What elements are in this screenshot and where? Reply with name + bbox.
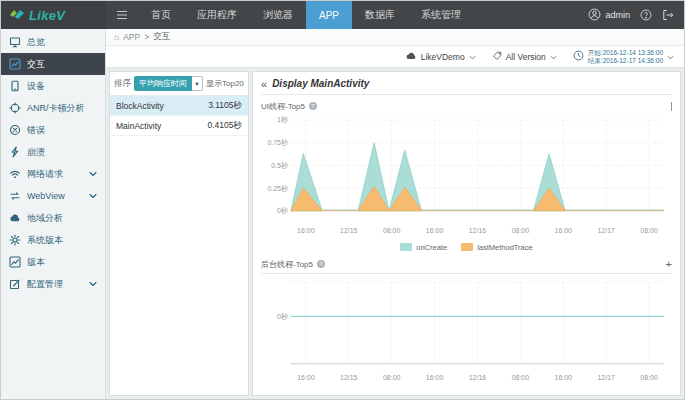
content-area: 排序 平均响应时间 ▼ 显示Top20 BlockActivity3.1105秒… xyxy=(106,68,684,399)
sidebar-item-label: 设备 xyxy=(27,80,99,93)
user-menu[interactable]: admin xyxy=(588,8,630,23)
sidebar-item-label: 网络请求 xyxy=(27,168,81,181)
chevron-down-icon xyxy=(87,190,99,202)
svg-text:08:00: 08:00 xyxy=(512,227,530,234)
expand-icon[interactable]: + xyxy=(666,259,672,269)
line-chart-icon xyxy=(9,58,21,70)
chevron-down-icon xyxy=(550,52,557,62)
chevron-down-icon xyxy=(667,52,674,62)
sidebar-item-label: 版本 xyxy=(27,256,99,269)
sidebar-item-device[interactable]: 设备 xyxy=(1,75,105,97)
svg-text:16:00: 16:00 xyxy=(297,373,315,380)
nav-item-browser[interactable]: 浏览器 xyxy=(250,1,306,29)
nav-item-system[interactable]: 系统管理 xyxy=(408,1,474,29)
sidebar-item-label: 错误 xyxy=(27,124,99,137)
sidebar-item-network-request[interactable]: 网络请求 xyxy=(1,163,105,185)
activity-panel: 排序 平均响应时间 ▼ 显示Top20 BlockActivity3.1105秒… xyxy=(109,71,249,396)
body: 总览交互设备ANR/卡顿分析错误崩溃网络请求WebView地域分析系统版本版本配… xyxy=(1,29,684,399)
sidebar-item-config[interactable]: 配置管理 xyxy=(1,273,105,295)
chevron-down-icon xyxy=(469,52,476,62)
sidebar-item-version[interactable]: 版本 xyxy=(1,251,105,273)
svg-text:16:00: 16:00 xyxy=(297,227,315,234)
chart-legend: onCreatelastMethodTrace xyxy=(261,241,672,254)
sidebar-item-overview[interactable]: 总览 xyxy=(1,31,105,53)
legend-item-onCreate[interactable]: onCreate xyxy=(400,243,447,252)
activity-name: BlockActivity xyxy=(116,101,164,111)
sidebar-item-webview[interactable]: WebView xyxy=(1,185,105,207)
collapse-icon[interactable]: « xyxy=(261,79,267,89)
ui-thread-chart-header: UI线程-Top5 ? xyxy=(261,97,672,115)
nav-menu: 首页应用程序浏览器APP数据库系统管理 xyxy=(138,1,474,29)
line-chart-icon xyxy=(9,256,21,268)
likev-logo-icon xyxy=(9,7,25,23)
legend-swatch xyxy=(461,243,473,251)
bg-thread-chart-header: 后台线程-Top5 ? + xyxy=(261,256,672,274)
svg-text:1秒: 1秒 xyxy=(277,116,288,124)
breadcrumb-current: 交互 xyxy=(153,31,170,43)
sidebar-item-system-version[interactable]: 系统版本 xyxy=(1,229,105,251)
nav-item-app[interactable]: APP xyxy=(306,1,352,29)
sidebar-item-interaction[interactable]: 交互 xyxy=(1,53,105,75)
sidebar-item-region-analysis[interactable]: 地域分析 xyxy=(1,207,105,229)
user-icon xyxy=(588,8,601,23)
date-start: 开始:2016-12-14 13:36:00 xyxy=(588,49,663,57)
nav-item-home[interactable]: 首页 xyxy=(138,1,184,29)
sidebar-item-error[interactable]: 错误 xyxy=(1,119,105,141)
svg-text:08:00: 08:00 xyxy=(640,227,658,234)
hamburger-menu-icon[interactable] xyxy=(106,1,138,29)
logout-icon[interactable] xyxy=(662,9,674,21)
sidebar-item-label: 系统版本 xyxy=(27,234,99,247)
chart-toolbar-icon[interactable] xyxy=(671,102,672,111)
wifi-icon xyxy=(9,168,21,180)
sidebar-item-label: WebView xyxy=(27,191,81,201)
bg-thread-chart: 0秒16:0012/1508:0016:0012/1608:0016:0012/… xyxy=(261,274,672,386)
version-tag-icon xyxy=(492,51,502,63)
webview-icon xyxy=(9,190,21,202)
breadcrumb-app[interactable]: APP xyxy=(123,32,140,42)
chevron-down-icon xyxy=(87,278,99,290)
list-item[interactable]: BlockActivity3.1105秒 xyxy=(110,96,248,116)
svg-text:0.25秒: 0.25秒 xyxy=(267,185,288,193)
sort-label: 排序 xyxy=(114,78,131,90)
legend-label: lastMethodTrace xyxy=(477,243,533,252)
date-range-selector[interactable]: 开始:2016-12-14 13:36:00 结束:2016-12-17 14:… xyxy=(573,49,674,65)
user-zone: admin xyxy=(588,1,684,29)
sort-row: 排序 平均响应时间 ▼ 显示Top20 xyxy=(110,72,248,96)
sidebar-item-label: ANR/卡顿分析 xyxy=(27,102,99,115)
filter-toolbar: LikeVDemo All Version xyxy=(106,46,684,68)
sidebar-item-anr-analysis[interactable]: ANR/卡顿分析 xyxy=(1,97,105,119)
ui-thread-chart-title: UI线程-Top5 xyxy=(261,101,305,112)
help-icon[interactable] xyxy=(640,9,652,21)
app-selector[interactable]: LikeVDemo xyxy=(406,51,476,62)
nav-item-apps[interactable]: 应用程序 xyxy=(184,1,250,29)
chart-help-icon[interactable]: ? xyxy=(309,102,317,110)
sidebar-item-label: 总览 xyxy=(27,36,99,49)
logo[interactable]: LikeV xyxy=(1,1,106,29)
app-selector-value: LikeVDemo xyxy=(421,52,465,62)
legend-item-lastMethodTrace[interactable]: lastMethodTrace xyxy=(461,243,533,252)
top-navbar: LikeV 首页应用程序浏览器APP数据库系统管理 admin xyxy=(1,1,684,29)
sidebar: 总览交互设备ANR/卡顿分析错误崩溃网络请求WebView地域分析系统版本版本配… xyxy=(1,29,106,399)
chart-help-icon[interactable]: ? xyxy=(317,260,325,268)
cloud-icon xyxy=(406,51,417,62)
svg-text:12/17: 12/17 xyxy=(597,227,615,234)
nav-item-database[interactable]: 数据库 xyxy=(352,1,408,29)
activity-list: BlockActivity3.1105秒MainActivity0.4105秒 xyxy=(110,96,248,395)
detail-header: « Display MainActivity xyxy=(261,74,672,95)
username: admin xyxy=(605,10,630,20)
detail-panel: « Display MainActivity UI线程-Top5 ? 1秒0.7… xyxy=(252,71,681,396)
svg-text:12/15: 12/15 xyxy=(340,227,358,234)
activity-name: MainActivity xyxy=(116,121,161,131)
dropdown-caret-icon: ▼ xyxy=(192,76,203,91)
svg-text:12/17: 12/17 xyxy=(597,373,615,380)
version-selector[interactable]: All Version xyxy=(492,51,557,63)
main-column: ⌂ APP > 交互 LikeVDemo xyxy=(106,29,684,399)
logo-text: LikeV xyxy=(29,8,65,23)
svg-text:16:00: 16:00 xyxy=(555,227,573,234)
legend-label: onCreate xyxy=(416,243,447,252)
svg-text:0.5秒: 0.5秒 xyxy=(271,162,288,170)
sort-dropdown[interactable]: 平均响应时间 ▼ xyxy=(134,76,203,91)
sidebar-item-crash[interactable]: 崩溃 xyxy=(1,141,105,163)
page-title: Display MainActivity xyxy=(272,78,369,89)
list-item[interactable]: MainActivity0.4105秒 xyxy=(110,116,248,136)
